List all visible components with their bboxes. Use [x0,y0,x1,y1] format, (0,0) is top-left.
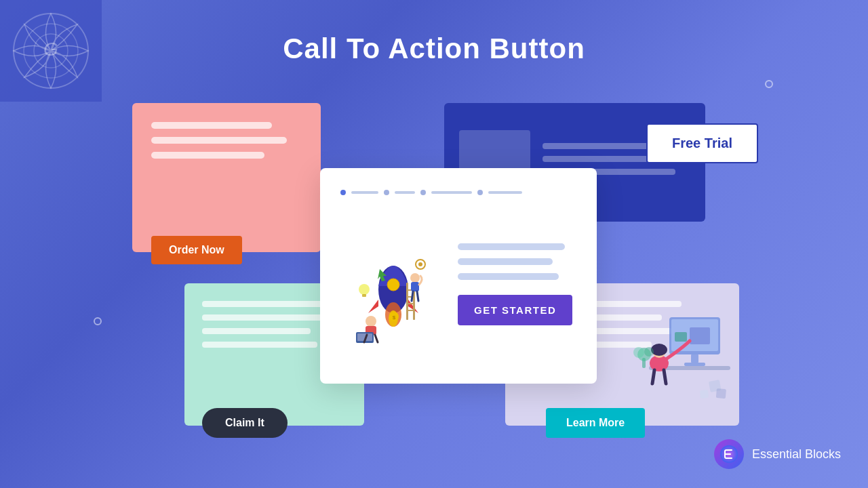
svg-rect-29 [406,296,415,298]
svg-rect-8 [675,332,687,342]
card-mint-line-2 [202,314,332,321]
content-line-2 [458,258,553,265]
card-center-content: GET STARTED [458,206,576,362]
claim-it-button[interactable]: Claim It [202,408,288,438]
top-line-3 [431,191,472,194]
page-title: Call To Action Button [0,33,868,65]
svg-rect-39 [362,294,366,297]
svg-point-34 [366,316,376,327]
get-started-button[interactable]: GET STARTED [458,295,572,325]
svg-rect-16 [716,388,726,399]
top-line-2 [395,191,415,194]
card-mint-line-3 [202,328,311,334]
svg-rect-7 [690,327,710,344]
card-center-body: $ GET STARTED [340,206,576,362]
svg-rect-10 [684,363,705,366]
card-mint-line-1 [202,301,325,307]
order-now-button[interactable]: Order Now [151,236,242,264]
essential-blocks-branding: Essential Blocks [714,439,841,469]
top-dot-2 [384,190,389,195]
card-center: $ GET STARTED [320,168,597,384]
svg-text:$: $ [392,314,395,321]
svg-point-23 [387,279,399,291]
card-pink-line-2 [151,137,287,144]
top-dot-3 [420,190,426,195]
svg-rect-26 [406,283,408,320]
essential-blocks-icon [714,439,744,469]
svg-rect-9 [691,354,698,363]
svg-rect-17 [700,390,709,399]
desk-illustration [629,304,734,426]
top-line-4 [488,191,522,194]
learn-more-button[interactable]: Learn More [546,408,645,438]
card-mint-line-4 [202,342,317,348]
rocket-svg: $ [342,225,444,344]
card-pink-line-1 [151,122,272,129]
illustration-area: $ [340,206,446,362]
decorative-circle-left [94,317,102,325]
svg-point-38 [359,284,370,295]
decorative-circle-right [765,80,773,88]
svg-point-20 [633,347,644,358]
top-line-1 [351,191,378,194]
content-line-3 [458,273,559,280]
svg-point-14 [651,344,667,356]
svg-point-41 [418,262,422,266]
card-pink: Order Now [132,103,321,252]
svg-rect-33 [411,282,419,291]
svg-point-32 [410,273,420,283]
svg-point-21 [644,347,654,357]
free-trial-button[interactable]: Free Trial [646,123,758,163]
svg-rect-31 [406,310,415,311]
card-center-top-bar [340,190,576,195]
svg-rect-30 [406,303,415,304]
top-dot-1 [340,190,346,195]
essential-blocks-label: Essential Blocks [752,447,841,462]
top-dot-4 [477,190,483,195]
content-line-1 [458,243,565,250]
card-pink-line-3 [151,152,264,159]
